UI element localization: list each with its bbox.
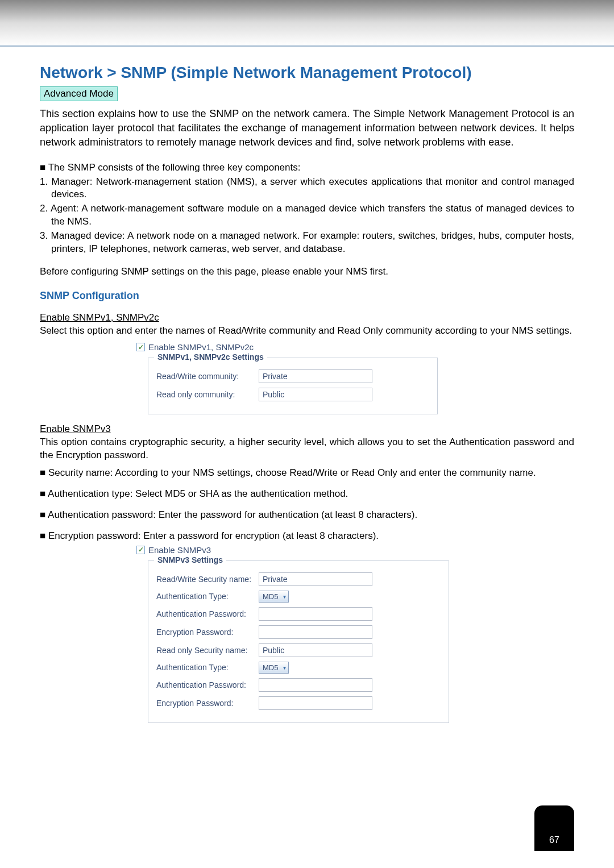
snmpv3-bullet-1: ■ Security name: According to your NMS s… <box>40 467 574 480</box>
ro-community-label: Read only community: <box>156 390 259 399</box>
ro-security-input[interactable] <box>259 643 372 657</box>
snmpv12-checkbox-label: Enable SNMPv1, SNMPv2c <box>148 342 254 352</box>
chevron-down-icon: ▾ <box>283 665 286 671</box>
auth-pwd-input-1[interactable] <box>259 607 372 621</box>
rw-community-label: Read/Write community: <box>156 372 259 381</box>
snmpv3-desc: This option contains cryptographic secur… <box>40 436 574 462</box>
snmpv3-checkbox[interactable]: ✓ <box>136 546 145 554</box>
enc-pwd-input-2[interactable] <box>259 696 372 710</box>
config-header: SNMP Configuration <box>40 290 574 302</box>
header-divider <box>0 45 614 47</box>
header-gradient <box>0 0 614 45</box>
snmpv12-checkbox[interactable]: ✓ <box>136 343 145 351</box>
snmpv3-fieldset: SNMPv3 Settings Read/Write Security name… <box>148 560 449 723</box>
checkmark-icon: ✓ <box>138 343 144 351</box>
auth-type-select-2[interactable]: MD5 ▾ <box>259 662 289 674</box>
chevron-down-icon: ▾ <box>283 593 286 600</box>
before-config-note: Before configuring SNMP settings on the … <box>40 266 574 277</box>
snmpv3-settings-block: ✓ Enable SNMPv3 SNMPv3 Settings Read/Wri… <box>136 545 574 723</box>
snmpv3-title: Enable SNMPv3 <box>40 423 574 435</box>
auth-type-value-1: MD5 <box>263 592 278 601</box>
snmpv3-bullet-2: ■ Authentication type: Select MD5 or SHA… <box>40 488 574 501</box>
intro-paragraph: This section explains how to use the SNM… <box>40 107 574 150</box>
snmpv3-checkbox-row[interactable]: ✓ Enable SNMPv3 <box>136 545 574 555</box>
snmpv3-bullet-3: ■ Authentication password: Enter the pas… <box>40 509 574 522</box>
snmpv3-checkbox-label: Enable SNMPv3 <box>148 545 211 555</box>
page-number: 67 <box>549 835 559 845</box>
auth-pwd-label-1: Authentication Password: <box>156 609 259 618</box>
mode-badge: Advanced Mode <box>40 86 118 101</box>
page-title: Network > SNMP (Simple Network Managemen… <box>40 64 574 82</box>
auth-type-select-1[interactable]: MD5 ▾ <box>259 591 289 603</box>
auth-type-value-2: MD5 <box>263 663 278 672</box>
enc-pwd-label-2: Encryption Password: <box>156 699 259 708</box>
auth-type-label-1: Authentication Type: <box>156 592 259 601</box>
component-3: 3. Managed device: A network node on a m… <box>40 230 574 256</box>
page-number-tab: 67 <box>534 805 574 851</box>
ro-community-input[interactable] <box>259 388 372 401</box>
snmpv12-title: Enable SNMPv1, SNMPv2c <box>40 312 574 323</box>
components-intro: ■ The SNMP consists of the following thr… <box>40 161 574 175</box>
snmpv3-legend: SNMPv3 Settings <box>154 555 226 564</box>
rw-security-input[interactable] <box>259 572 372 586</box>
snmpv12-fieldset: SNMPv1, SNMPv2c Settings Read/Write comm… <box>148 358 438 414</box>
checkmark-icon: ✓ <box>138 546 144 554</box>
snmpv12-settings-block: ✓ Enable SNMPv1, SNMPv2c SNMPv1, SNMPv2c… <box>136 342 574 414</box>
rw-community-input[interactable] <box>259 369 372 383</box>
enc-pwd-label-1: Encryption Password: <box>156 628 259 637</box>
component-2: 2. Agent: A network-management software … <box>40 202 574 229</box>
auth-pwd-input-2[interactable] <box>259 678 372 692</box>
snmpv3-bullet-4: ■ Encryption password: Enter a password … <box>40 530 574 543</box>
snmpv12-desc: Select this option and enter the names o… <box>40 325 574 338</box>
auth-pwd-label-2: Authentication Password: <box>156 680 259 690</box>
rw-security-label: Read/Write Security name: <box>156 575 259 584</box>
enc-pwd-input-1[interactable] <box>259 625 372 639</box>
component-1: 1. Manager: Network-management station (… <box>40 176 574 202</box>
snmpv12-checkbox-row[interactable]: ✓ Enable SNMPv1, SNMPv2c <box>136 342 574 352</box>
snmpv12-legend: SNMPv1, SNMPv2c Settings <box>154 352 267 362</box>
auth-type-label-2: Authentication Type: <box>156 663 259 672</box>
ro-security-label: Read only Security name: <box>156 646 259 655</box>
